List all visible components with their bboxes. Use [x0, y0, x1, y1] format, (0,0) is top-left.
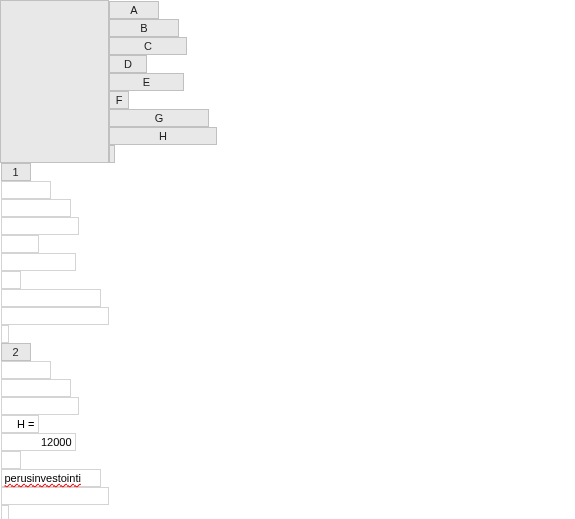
cell-C2[interactable] — [1, 397, 79, 415]
column-header-B[interactable]: B — [109, 19, 179, 37]
row-header-1[interactable]: 1 — [1, 163, 31, 181]
cell-G1[interactable] — [1, 289, 101, 307]
cell-extra-1 — [1, 325, 9, 343]
row-header-2[interactable]: 2 — [1, 343, 31, 361]
column-header-D[interactable]: D — [109, 55, 147, 73]
cell-E2[interactable]: 12000 — [1, 433, 76, 451]
column-header-H[interactable]: H — [109, 127, 217, 145]
cell-extra-2 — [1, 505, 9, 519]
cell-B1[interactable] — [1, 199, 71, 217]
column-header-C[interactable]: C — [109, 37, 187, 55]
column-header-E[interactable]: E — [109, 73, 184, 91]
cell-F1[interactable] — [1, 271, 21, 289]
column-header-G[interactable]: G — [109, 109, 209, 127]
cell-H1[interactable] — [1, 307, 109, 325]
spreadsheet-grid[interactable]: ABCDEFGH12H =12000perusinvestointi3i_tod… — [0, 0, 217, 519]
column-header-A[interactable]: A — [109, 1, 159, 19]
cell-D2[interactable]: H = — [1, 415, 39, 433]
cell-A2[interactable] — [1, 361, 51, 379]
cell-B2[interactable] — [1, 379, 71, 397]
cell-E1[interactable] — [1, 253, 76, 271]
column-header-extra — [109, 145, 115, 163]
cell-D1[interactable] — [1, 235, 39, 253]
cell-A1[interactable] — [1, 181, 51, 199]
column-header-F[interactable]: F — [109, 91, 129, 109]
cell-C1[interactable] — [1, 217, 79, 235]
cell-G2[interactable]: perusinvestointi — [1, 469, 101, 487]
cell-H2[interactable] — [1, 487, 109, 505]
corner-cell[interactable] — [1, 1, 109, 163]
cell-F2[interactable] — [1, 451, 21, 469]
